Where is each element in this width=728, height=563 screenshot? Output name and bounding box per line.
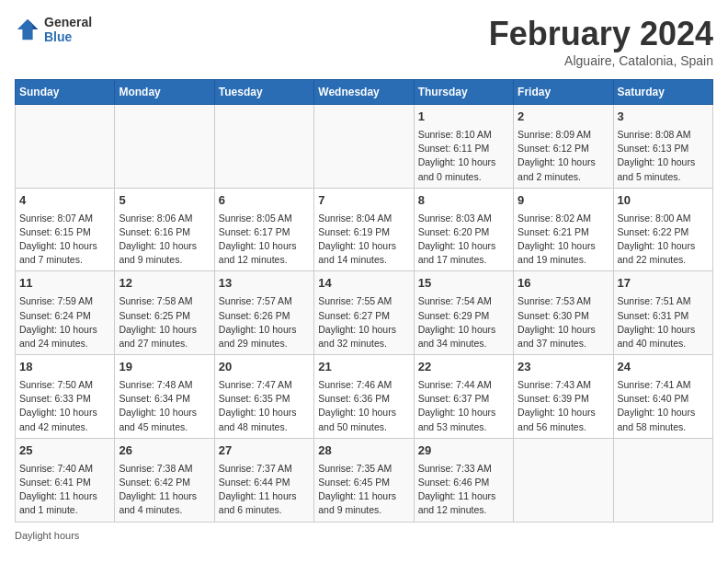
day-info: Sunrise: 8:09 AM Sunset: 6:12 PM Dayligh… — [518, 128, 609, 184]
day-cell: 4Sunrise: 8:07 AM Sunset: 6:15 PM Daylig… — [16, 188, 115, 271]
day-header-friday: Friday — [514, 80, 613, 105]
day-info: Sunrise: 7:57 AM Sunset: 6:26 PM Dayligh… — [219, 294, 310, 350]
day-cell: 3Sunrise: 8:08 AM Sunset: 6:13 PM Daylig… — [613, 105, 712, 189]
day-info: Sunrise: 7:50 AM Sunset: 6:33 PM Dayligh… — [19, 378, 110, 434]
day-number: 6 — [219, 192, 310, 210]
day-cell: 9Sunrise: 8:02 AM Sunset: 6:21 PM Daylig… — [514, 188, 613, 271]
day-info: Sunrise: 8:06 AM Sunset: 6:16 PM Dayligh… — [119, 212, 210, 268]
day-info: Sunrise: 7:58 AM Sunset: 6:25 PM Dayligh… — [119, 294, 210, 350]
day-number: 15 — [418, 275, 509, 293]
title-block: February 2024 Alguaire, Catalonia, Spain — [489, 15, 713, 68]
week-row-5: 25Sunrise: 7:40 AM Sunset: 6:41 PM Dayli… — [16, 438, 713, 522]
day-cell: 28Sunrise: 7:35 AM Sunset: 6:45 PM Dayli… — [314, 438, 414, 522]
day-cell — [613, 438, 712, 522]
week-row-2: 4Sunrise: 8:07 AM Sunset: 6:15 PM Daylig… — [16, 188, 713, 271]
day-cell: 10Sunrise: 8:00 AM Sunset: 6:22 PM Dayli… — [613, 188, 712, 271]
day-number: 8 — [418, 192, 509, 210]
day-number: 14 — [318, 275, 409, 293]
header-row: SundayMondayTuesdayWednesdayThursdayFrid… — [16, 80, 713, 105]
day-number: 5 — [119, 192, 210, 210]
day-info: Sunrise: 7:48 AM Sunset: 6:34 PM Dayligh… — [119, 378, 210, 434]
day-number: 26 — [119, 442, 210, 460]
day-cell: 19Sunrise: 7:48 AM Sunset: 6:34 PM Dayli… — [115, 355, 214, 439]
day-info: Sunrise: 7:38 AM Sunset: 6:42 PM Dayligh… — [119, 462, 210, 518]
day-info: Sunrise: 8:04 AM Sunset: 6:19 PM Dayligh… — [318, 212, 409, 268]
day-cell: 23Sunrise: 7:43 AM Sunset: 6:39 PM Dayli… — [514, 355, 613, 439]
day-info: Sunrise: 7:41 AM Sunset: 6:40 PM Dayligh… — [618, 378, 709, 434]
day-cell: 5Sunrise: 8:06 AM Sunset: 6:16 PM Daylig… — [115, 188, 214, 271]
day-cell: 27Sunrise: 7:37 AM Sunset: 6:44 PM Dayli… — [214, 438, 313, 522]
day-number: 20 — [219, 359, 310, 376]
day-info: Sunrise: 7:33 AM Sunset: 6:46 PM Dayligh… — [418, 462, 509, 518]
day-header-thursday: Thursday — [414, 80, 513, 105]
day-info: Sunrise: 7:35 AM Sunset: 6:45 PM Dayligh… — [318, 462, 409, 518]
page-header: General Blue February 2024 Alguaire, Cat… — [15, 15, 713, 68]
logo: General Blue — [15, 15, 92, 44]
day-info: Sunrise: 8:05 AM Sunset: 6:17 PM Dayligh… — [219, 212, 310, 268]
day-number: 23 — [518, 359, 609, 376]
day-header-wednesday: Wednesday — [314, 80, 414, 105]
day-number: 9 — [518, 192, 609, 210]
day-number: 24 — [618, 359, 709, 376]
day-cell — [514, 438, 613, 522]
day-info: Sunrise: 8:08 AM Sunset: 6:13 PM Dayligh… — [618, 128, 709, 184]
day-number: 29 — [418, 442, 509, 460]
day-cell: 29Sunrise: 7:33 AM Sunset: 6:46 PM Dayli… — [414, 438, 513, 522]
day-header-tuesday: Tuesday — [214, 80, 313, 105]
day-cell: 17Sunrise: 7:51 AM Sunset: 6:31 PM Dayli… — [613, 271, 712, 355]
day-info: Sunrise: 7:55 AM Sunset: 6:27 PM Dayligh… — [318, 294, 409, 350]
day-number: 27 — [219, 442, 310, 460]
day-cell: 13Sunrise: 7:57 AM Sunset: 6:26 PM Dayli… — [214, 271, 313, 355]
week-row-3: 11Sunrise: 7:59 AM Sunset: 6:24 PM Dayli… — [16, 271, 713, 355]
day-info: Sunrise: 8:07 AM Sunset: 6:15 PM Dayligh… — [19, 212, 110, 268]
day-cell: 26Sunrise: 7:38 AM Sunset: 6:42 PM Dayli… — [115, 438, 214, 522]
day-number: 11 — [19, 275, 110, 293]
footer-note: Daylight hours — [15, 530, 713, 541]
day-cell: 22Sunrise: 7:44 AM Sunset: 6:37 PM Dayli… — [414, 355, 513, 439]
day-cell: 12Sunrise: 7:58 AM Sunset: 6:25 PM Dayli… — [115, 271, 214, 355]
week-row-1: 1Sunrise: 8:10 AM Sunset: 6:11 PM Daylig… — [16, 105, 713, 189]
day-cell: 7Sunrise: 8:04 AM Sunset: 6:19 PM Daylig… — [314, 188, 414, 271]
day-info: Sunrise: 7:46 AM Sunset: 6:36 PM Dayligh… — [318, 378, 409, 434]
calendar-header: SundayMondayTuesdayWednesdayThursdayFrid… — [16, 80, 713, 105]
day-info: Sunrise: 8:03 AM Sunset: 6:20 PM Dayligh… — [418, 212, 509, 268]
day-cell: 6Sunrise: 8:05 AM Sunset: 6:17 PM Daylig… — [214, 188, 313, 271]
logo-text: General Blue — [44, 15, 92, 44]
day-cell: 2Sunrise: 8:09 AM Sunset: 6:12 PM Daylig… — [514, 105, 613, 189]
day-cell: 14Sunrise: 7:55 AM Sunset: 6:27 PM Dayli… — [314, 271, 414, 355]
day-number: 21 — [318, 359, 409, 376]
day-number: 13 — [219, 275, 310, 293]
day-number: 7 — [318, 192, 409, 210]
day-header-monday: Monday — [115, 80, 214, 105]
day-info: Sunrise: 7:51 AM Sunset: 6:31 PM Dayligh… — [618, 294, 709, 350]
day-cell: 21Sunrise: 7:46 AM Sunset: 6:36 PM Dayli… — [314, 355, 414, 439]
logo-blue: Blue — [44, 29, 92, 44]
day-cell: 20Sunrise: 7:47 AM Sunset: 6:35 PM Dayli… — [214, 355, 313, 439]
day-info: Sunrise: 7:43 AM Sunset: 6:39 PM Dayligh… — [518, 378, 609, 434]
day-number: 17 — [618, 275, 709, 293]
day-cell: 1Sunrise: 8:10 AM Sunset: 6:11 PM Daylig… — [414, 105, 513, 189]
day-cell: 15Sunrise: 7:54 AM Sunset: 6:29 PM Dayli… — [414, 271, 513, 355]
day-info: Sunrise: 7:44 AM Sunset: 6:37 PM Dayligh… — [418, 378, 509, 434]
day-cell — [314, 105, 414, 189]
day-header-saturday: Saturday — [613, 80, 712, 105]
calendar-body: 1Sunrise: 8:10 AM Sunset: 6:11 PM Daylig… — [16, 105, 713, 523]
day-number: 19 — [119, 359, 210, 376]
day-number: 10 — [618, 192, 709, 210]
week-row-4: 18Sunrise: 7:50 AM Sunset: 6:33 PM Dayli… — [16, 355, 713, 439]
month-title: February 2024 — [489, 15, 713, 53]
day-info: Sunrise: 7:40 AM Sunset: 6:41 PM Dayligh… — [19, 462, 110, 518]
day-number: 16 — [518, 275, 609, 293]
day-info: Sunrise: 7:47 AM Sunset: 6:35 PM Dayligh… — [219, 378, 310, 434]
day-cell — [214, 105, 313, 189]
day-info: Sunrise: 7:54 AM Sunset: 6:29 PM Dayligh… — [418, 294, 509, 350]
day-cell — [16, 105, 115, 189]
logo-icon — [15, 17, 40, 42]
day-cell: 24Sunrise: 7:41 AM Sunset: 6:40 PM Dayli… — [613, 355, 712, 439]
day-cell: 16Sunrise: 7:53 AM Sunset: 6:30 PM Dayli… — [514, 271, 613, 355]
day-number: 28 — [318, 442, 409, 460]
day-number: 12 — [119, 275, 210, 293]
day-number: 18 — [19, 359, 110, 376]
day-cell: 8Sunrise: 8:03 AM Sunset: 6:20 PM Daylig… — [414, 188, 513, 271]
day-cell: 18Sunrise: 7:50 AM Sunset: 6:33 PM Dayli… — [16, 355, 115, 439]
